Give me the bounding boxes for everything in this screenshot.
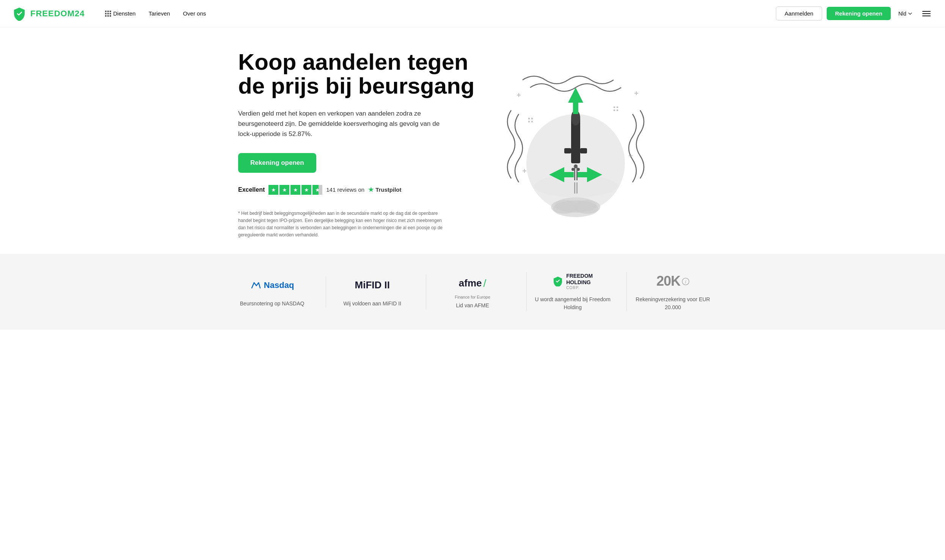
badges-inner: Nasdaq Beursnotering op NASDAQ MiFID II …: [226, 272, 719, 311]
nav-diensten-label: Diensten: [113, 10, 135, 17]
hero-cta-button[interactable]: Rekening openen: [238, 153, 316, 173]
mifid-label: Wij voldoen aan MiFID II: [344, 300, 402, 308]
trustpilot-logo: ★ Trustpilot: [368, 186, 401, 193]
svg-point-23: [571, 168, 575, 171]
nasdaq-label: Beursnotering op NASDAQ: [240, 300, 305, 308]
info-icon: i: [682, 278, 689, 285]
freedom-label: U wordt aangemeld bij Freedom Holding: [533, 296, 613, 311]
logo-text: FREEDOM24: [30, 9, 85, 19]
trustpilot-platform: Trustpilot: [375, 186, 401, 193]
freedom-shield-icon: [553, 276, 563, 286]
svg-rect-32: [576, 165, 578, 180]
svg-rect-13: [617, 106, 618, 108]
badge-mifid: MiFID II Wij voldoen aan MiFID II: [326, 276, 418, 308]
star-1: ★: [268, 185, 278, 195]
trustpilot-reviews-text: 141 reviews on: [326, 186, 364, 193]
disclaimer-text: * Het bedrijf biedt beleggingsmogelijkhe…: [238, 210, 451, 239]
language-selector[interactable]: Nld: [895, 8, 915, 19]
svg-rect-33: [574, 182, 575, 194]
svg-rect-14: [614, 109, 615, 111]
hamburger-menu[interactable]: [920, 9, 933, 19]
svg-rect-20: [564, 148, 571, 153]
svg-rect-12: [614, 106, 615, 108]
trustpilot-row: Excellent ★ ★ ★ ★ ★ 141 reviews on ★ Tru…: [238, 185, 481, 195]
logo-part2: 24: [75, 9, 85, 18]
logo-part1: FREEDOM: [30, 9, 75, 18]
trustpilot-star-icon: ★: [368, 186, 374, 193]
badges-section: Nasdaq Beursnotering op NASDAQ MiFID II …: [0, 254, 945, 330]
svg-rect-15: [617, 109, 618, 111]
svg-rect-10: [528, 121, 530, 122]
svg-rect-34: [576, 182, 578, 194]
nav-diensten[interactable]: Diensten: [100, 7, 141, 20]
language-label: Nld: [898, 11, 906, 17]
nav-tarieven-label: Tarieven: [149, 10, 170, 17]
twentyk-label: Rekeningverzekering voor EUR 20.000: [633, 296, 713, 311]
svg-rect-11: [531, 121, 533, 122]
trustpilot-label: Excellent: [238, 186, 265, 193]
rocket-svg: [500, 57, 651, 232]
star-2: ★: [279, 185, 289, 195]
nav-over-ons-label: Over ons: [183, 10, 206, 17]
hero-title: Koop aandelen tegen de prijs bij beursga…: [238, 50, 481, 98]
mifid-logo: MiFID II: [355, 276, 390, 294]
nav-links: Diensten Tarieven Over ons: [100, 7, 776, 20]
afme-logo: afme /: [459, 274, 486, 293]
star-5-half: ★: [312, 185, 322, 195]
nav-over-ons[interactable]: Over ons: [177, 7, 211, 20]
grid-icon: [105, 11, 111, 17]
hero-section: Koop aandelen tegen de prijs bij beursga…: [226, 27, 719, 254]
nasdaq-logo: Nasdaq: [250, 276, 294, 294]
twentyk-logo: 20K i: [656, 272, 689, 290]
logo-link[interactable]: FREEDOM24: [12, 6, 85, 21]
svg-point-38: [553, 200, 598, 217]
open-account-nav-button[interactable]: Rekening openen: [827, 7, 891, 20]
badge-20k: 20K i Rekeningverzekering voor EUR 20.00…: [626, 272, 719, 311]
svg-rect-26: [573, 103, 578, 114]
star-3: ★: [290, 185, 300, 195]
svg-text:i: i: [685, 279, 686, 285]
svg-rect-9: [531, 118, 533, 119]
afme-label: Lid van AFME: [456, 302, 489, 310]
navbar: FREEDOM24 Diensten Tarieven Over ons Aan…: [0, 0, 945, 27]
star-rating: ★ ★ ★ ★ ★: [268, 185, 322, 195]
badge-freedom: FREEDOM HOLDING CORP. U wordt aangemeld …: [526, 272, 619, 311]
svg-rect-30: [578, 172, 587, 177]
hero-content: Koop aandelen tegen de prijs bij beursga…: [238, 50, 481, 239]
nav-tarieven[interactable]: Tarieven: [143, 7, 176, 20]
badge-afme: afme / Finance for Europe Lid van AFME: [426, 274, 518, 310]
freedom-holding-logo: FREEDOM HOLDING CORP.: [553, 272, 593, 290]
svg-rect-21: [580, 148, 587, 153]
nav-actions: Aanmelden Rekening openen Nld: [776, 6, 933, 20]
badge-nasdaq: Nasdaq Beursnotering op NASDAQ: [226, 276, 318, 308]
logo-shield-icon: [12, 6, 27, 21]
hero-illustration: [496, 57, 655, 232]
svg-rect-28: [564, 172, 574, 177]
chevron-down-icon: [908, 11, 912, 16]
hero-subtitle: Verdien geld met het kopen en verkopen v…: [238, 108, 451, 139]
nasdaq-icon: [250, 280, 262, 291]
svg-rect-31: [574, 165, 575, 180]
star-4: ★: [301, 185, 311, 195]
svg-rect-8: [528, 118, 530, 119]
login-button[interactable]: Aanmelden: [776, 6, 822, 20]
